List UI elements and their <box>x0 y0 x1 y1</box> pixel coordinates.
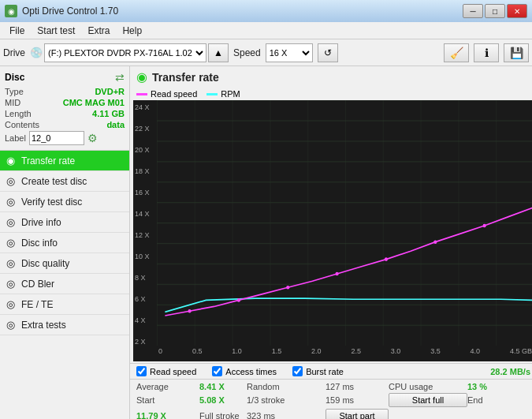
transfer-rate-icon: ◉ <box>6 155 15 166</box>
info-button[interactable]: ℹ <box>474 43 499 62</box>
legend-read-speed-color <box>136 93 147 95</box>
disc-panel: Disc ⇄ Type DVD+R MID CMC MAG M01 Length… <box>0 66 129 151</box>
sidebar-item-create-test[interactable]: ◎ Create test disc <box>0 171 129 192</box>
disc-info-icon: ◎ <box>6 237 15 249</box>
legend-rpm-color <box>206 93 218 95</box>
main-content: Disc ⇄ Type DVD+R MID CMC MAG M01 Length… <box>0 66 532 419</box>
chart-title: Transfer rate <box>152 71 219 84</box>
sidebar: Disc ⇄ Type DVD+R MID CMC MAG M01 Length… <box>0 66 130 419</box>
sidebar-item-disc-quality[interactable]: ◎ Disc quality <box>0 253 129 274</box>
svg-point-16 <box>336 272 339 276</box>
sidebar-item-transfer-rate[interactable]: ◉ Transfer rate <box>0 151 129 171</box>
title-bar: ◉ Opti Drive Control 1.70 ─ □ ✕ <box>0 0 532 22</box>
chart-icon: ◉ <box>136 69 147 84</box>
access-times-checkbox[interactable] <box>212 366 222 376</box>
start-part-button[interactable]: Start part <box>326 409 389 419</box>
chart-svg <box>157 100 532 346</box>
sidebar-item-cd-bler[interactable]: ◎ CD Bler <box>0 274 129 294</box>
maximize-button[interactable]: □ <box>485 4 505 18</box>
menu-help[interactable]: Help <box>116 24 148 38</box>
legend-read-speed: Read speed <box>136 89 197 99</box>
chart-area: ◉ Transfer rate Read speed RPM 2 X <box>130 66 532 419</box>
sidebar-label-transfer-rate: Transfer rate <box>21 155 75 166</box>
average-value: 8.41 X <box>199 382 247 391</box>
sidebar-menu: ◉ Transfer rate ◎ Create test disc ◎ Ver… <box>0 151 129 419</box>
drive-select[interactable]: (F:) PLEXTOR DVDR PX-716AL 1.02 <box>44 43 206 62</box>
chart-graph: 2 X 4 X 6 X 8 X 10 X 12 X 14 X 16 X 18 X… <box>133 100 532 361</box>
average-label: Average <box>136 382 199 391</box>
sidebar-label-disc-info: Disc info <box>21 238 58 249</box>
toolbar: Drive 💿 (F:) PLEXTOR DVDR PX-716AL 1.02 … <box>0 39 532 66</box>
stroke2-value: 323 ms <box>247 411 326 419</box>
burst-rate-checkbox-label: Burst rate <box>306 367 344 376</box>
random-label: Random <box>247 382 326 391</box>
stroke1-label: 1/3 stroke <box>247 395 326 405</box>
chart-x-labels: 0 0.5 1.0 1.5 2.0 2.5 3.0 3.5 4.0 4.5 GB <box>157 346 532 361</box>
read-speed-checkbox-label: Read speed <box>150 367 196 376</box>
disc-contents-row: Contents data <box>5 120 125 129</box>
chart-svg-container: 0 0.5 1.0 1.5 2.0 2.5 3.0 3.5 4.0 4.5 GB <box>157 100 532 361</box>
speed-select[interactable]: 16 X <box>266 43 313 62</box>
close-button[interactable]: ✕ <box>507 4 527 18</box>
menu-bar: File Start test Extra Help <box>0 22 532 39</box>
checkboxes-row: Read speed Access times Burst rate 28.2 … <box>130 363 532 379</box>
stroke2-label: Full stroke <box>199 411 247 419</box>
legend-rpm: RPM <box>206 89 240 99</box>
content-area: Disc ⇄ Type DVD+R MID CMC MAG M01 Length… <box>0 66 532 419</box>
sidebar-item-drive-info[interactable]: ◎ Drive info <box>0 212 129 233</box>
label-gear-icon[interactable]: ⚙ <box>87 132 98 144</box>
menu-file[interactable]: File <box>3 24 31 38</box>
app-icon: ◉ <box>5 5 17 17</box>
chart-header: ◉ Transfer rate <box>130 66 532 88</box>
legend-read-speed-label: Read speed <box>151 89 197 99</box>
start-full-button[interactable]: Start full <box>389 393 467 407</box>
sidebar-item-fe-te[interactable]: ◎ FE / TE <box>0 294 129 315</box>
access-times-checkbox-group: Access times <box>212 366 277 376</box>
random-value: 127 ms <box>326 382 389 391</box>
sidebar-label-create-test: Create test disc <box>21 176 87 187</box>
start-value: 5.08 X <box>199 395 247 405</box>
disc-arrow[interactable]: ⇄ <box>115 71 125 84</box>
cpu-label: CPU usage <box>389 382 467 391</box>
speed-label: Speed <box>233 47 261 58</box>
svg-point-17 <box>385 257 388 261</box>
burst-rate-checkbox[interactable] <box>292 366 303 376</box>
sidebar-item-disc-info[interactable]: ◎ Disc info <box>0 233 129 253</box>
end-value: 11.79 X <box>136 411 199 419</box>
sidebar-label-extra-tests: Extra tests <box>21 320 66 331</box>
sidebar-label-fe-te: FE / TE <box>21 299 53 310</box>
window-title: Opti Drive Control 1.70 <box>22 6 118 17</box>
legend-rpm-label: RPM <box>221 89 240 99</box>
chart-y-labels: 2 X 4 X 6 X 8 X 10 X 12 X 14 X 16 X 18 X… <box>133 100 157 361</box>
cd-bler-icon: ◎ <box>6 278 15 290</box>
read-speed-checkbox[interactable] <box>136 366 147 376</box>
menu-start-test[interactable]: Start test <box>31 24 81 38</box>
save-button[interactable]: 💾 <box>504 43 529 62</box>
disc-label-input[interactable] <box>29 131 84 145</box>
sidebar-item-verify-test[interactable]: ◎ Verify test disc <box>0 192 129 212</box>
svg-point-15 <box>286 286 289 290</box>
minimize-button[interactable]: ─ <box>463 4 483 18</box>
start-label: Start <box>136 395 199 405</box>
access-times-checkbox-label: Access times <box>225 367 277 376</box>
burst-rate-value: 28.2 MB/s <box>490 367 530 376</box>
svg-point-19 <box>483 224 486 228</box>
stroke1-value: 159 ms <box>326 395 389 405</box>
disc-type-value: DVD+R <box>95 87 125 96</box>
disc-quality-icon: ◎ <box>6 257 15 269</box>
sidebar-label-disc-quality: Disc quality <box>21 258 69 269</box>
svg-point-18 <box>433 240 437 244</box>
disc-length-value: 4.11 GB <box>92 109 125 118</box>
disc-mid-value: CMC MAG M01 <box>63 98 125 107</box>
verify-test-icon: ◎ <box>6 196 15 208</box>
disc-length-row: Length 4.11 GB <box>5 109 125 118</box>
eject-button[interactable]: ▲ <box>208 43 229 62</box>
sidebar-label-drive-info: Drive info <box>21 217 61 228</box>
erase-button[interactable]: 🧹 <box>444 43 469 62</box>
drive-info-icon: ◎ <box>6 216 15 228</box>
sidebar-item-extra-tests[interactable]: ◎ Extra tests <box>0 315 129 335</box>
refresh-button[interactable]: ↺ <box>318 43 338 62</box>
drive-label: Drive <box>3 47 25 58</box>
menu-extra[interactable]: Extra <box>81 24 116 38</box>
svg-point-14 <box>237 298 240 302</box>
